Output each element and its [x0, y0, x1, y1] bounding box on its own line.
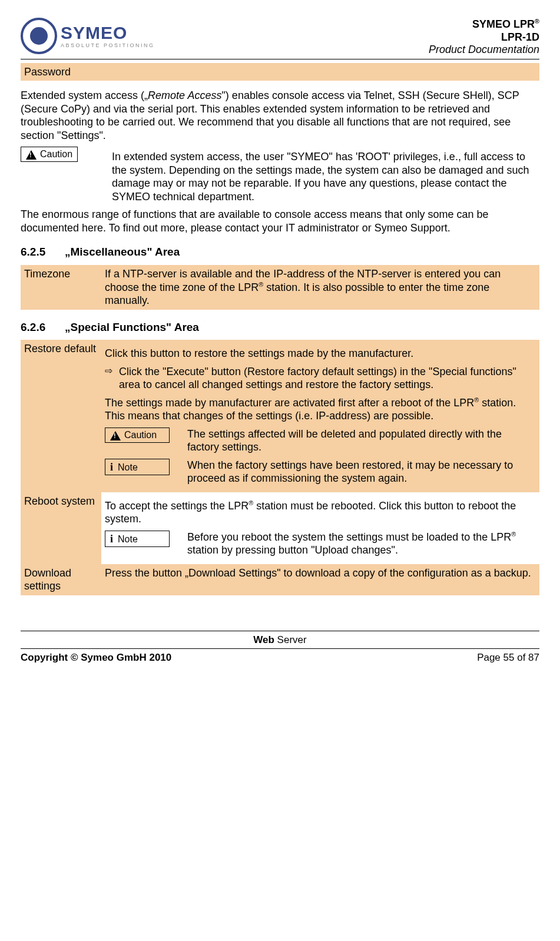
- logo: SYMEO ABSOLUTE POSITIONING: [21, 18, 155, 54]
- caution-text-1: In extended system access, the user "SYM…: [112, 150, 539, 203]
- reboot-label: Reboot system: [21, 492, 101, 564]
- footer-page: Page 55 of 87: [477, 651, 539, 664]
- reboot-desc: To accept the settings the LPR® station …: [101, 492, 539, 564]
- password-value: [101, 63, 539, 81]
- restore-p2: The settings made by manufacturer are ac…: [105, 396, 536, 423]
- heading-626: 6.2.6„Special Functions" Area: [21, 320, 539, 334]
- reboot-note: iNote Before you reboot the system the s…: [105, 531, 536, 557]
- warning-icon: [26, 150, 37, 160]
- note-badge: iNote: [105, 459, 170, 476]
- restore-note-text: When the factory settings have been rest…: [187, 459, 536, 485]
- arrow-icon: ⇨: [105, 365, 119, 392]
- timezone-label: Timezone: [21, 265, 101, 310]
- password-table: Password: [21, 63, 539, 81]
- header-line1: SYMEO LPR: [472, 18, 535, 30]
- heading-625: 6.2.5„Miscellaneous" Area: [21, 245, 539, 259]
- download-desc: Press the button „Download Settings" to …: [101, 564, 539, 595]
- header-titles: SYMEO LPR® LPR-1D Product Documentation: [429, 18, 539, 57]
- timezone-table: Timezone If a NTP-server is available an…: [21, 265, 539, 310]
- restore-caution: Caution The settings affected will be de…: [105, 428, 536, 454]
- header-line2: LPR-1D: [429, 31, 539, 44]
- footer-copyright: Copyright © Symeo GmbH 2010: [21, 652, 171, 663]
- restore-arrow-item: ⇨ Click the "Execute" button (Restore fa…: [105, 365, 536, 392]
- restore-p1: Click this button to restore the setting…: [105, 347, 536, 360]
- restore-note: iNote When the factory settings have bee…: [105, 459, 536, 485]
- info-icon: i: [110, 461, 113, 473]
- header-line3: Product Documentation: [429, 44, 539, 57]
- logo-icon: [21, 18, 57, 54]
- page-footer: Web Server Copyright © Symeo GmbH 2010 P…: [21, 631, 539, 664]
- timezone-desc: If a NTP-server is available and the IP-…: [101, 265, 539, 310]
- page-header: SYMEO ABSOLUTE POSITIONING SYMEO LPR® LP…: [21, 18, 539, 59]
- logo-name: SYMEO: [61, 24, 155, 42]
- restore-desc: Click this button to restore the setting…: [101, 340, 539, 492]
- reboot-note-text: Before you reboot the system the setting…: [187, 531, 536, 557]
- warning-icon: [110, 431, 121, 440]
- para-remote-access: Extended system access („Remote Access")…: [21, 89, 539, 142]
- download-label: Download settings: [21, 564, 101, 595]
- reboot-p1: To accept the settings the LPR® station …: [105, 499, 536, 526]
- restore-label: Restore default: [21, 340, 101, 492]
- para-range: The enormous range of functions that are…: [21, 208, 539, 234]
- logo-tagline: ABSOLUTE POSITIONING: [61, 43, 155, 48]
- note-badge: iNote: [105, 531, 170, 548]
- password-label: Password: [21, 63, 101, 81]
- caution-badge: Caution: [105, 428, 170, 443]
- registered-icon: ®: [535, 18, 539, 25]
- caution-badge: Caution: [21, 147, 78, 162]
- restore-caution-text: The settings affected will be deleted an…: [187, 428, 536, 454]
- footer-center: Web Server: [21, 634, 539, 649]
- info-icon: i: [110, 533, 113, 545]
- special-functions-table: Restore default Click this button to res…: [21, 340, 539, 595]
